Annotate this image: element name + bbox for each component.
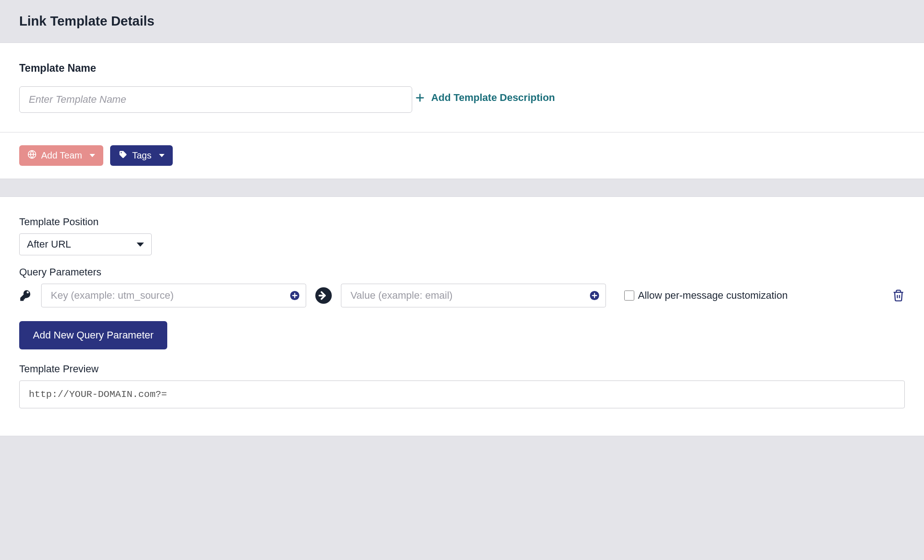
query-value-input[interactable]	[341, 284, 606, 307]
tags-button[interactable]: Tags	[110, 145, 172, 166]
plus-icon	[415, 93, 425, 103]
add-team-label: Add Team	[41, 150, 82, 161]
allow-customization-label: Allow per-message customization	[638, 290, 788, 301]
page-title: Link Template Details	[19, 14, 905, 29]
tags-label: Tags	[132, 150, 151, 161]
arrow-right-circle-icon	[315, 287, 332, 304]
template-name-section: Template Name Add Template Description	[0, 42, 924, 132]
add-new-query-parameter-button[interactable]: Add New Query Parameter	[19, 321, 167, 349]
section-divider	[0, 179, 924, 196]
add-description-label: Add Template Description	[431, 92, 555, 104]
template-name-label: Template Name	[19, 62, 905, 74]
add-query-parameter-label: Add New Query Parameter	[33, 329, 154, 341]
query-parameters-label: Query Parameters	[19, 266, 905, 278]
position-query-section: Template Position After URL Query Parame…	[0, 196, 924, 436]
globe-icon	[27, 150, 37, 161]
template-name-input[interactable]	[19, 86, 412, 113]
team-tags-section: Add Team Tags	[0, 132, 924, 179]
query-value-input-wrap	[341, 284, 606, 307]
tag-icon	[118, 150, 127, 161]
template-position-label: Template Position	[19, 216, 905, 228]
query-parameter-row: Allow per-message customization	[19, 284, 905, 307]
plus-circle-icon[interactable]	[589, 291, 600, 301]
page-header: Link Template Details	[0, 0, 924, 42]
add-team-button[interactable]: Add Team	[19, 145, 103, 166]
allow-customization-checkbox-wrap[interactable]: Allow per-message customization	[624, 290, 788, 301]
template-position-select[interactable]: After URL	[19, 233, 152, 255]
template-preview-label: Template Preview	[19, 363, 905, 375]
trash-icon[interactable]	[892, 289, 905, 302]
template-position-value: After URL	[27, 238, 71, 250]
plus-circle-icon[interactable]	[290, 291, 300, 301]
template-preview-box: http://YOUR-DOMAIN.com?=	[19, 380, 905, 408]
template-preview-value: http://YOUR-DOMAIN.com?=	[29, 389, 167, 400]
allow-customization-checkbox[interactable]	[624, 291, 634, 301]
caret-down-icon	[159, 154, 165, 157]
caret-down-icon	[90, 154, 95, 157]
add-template-description-button[interactable]: Add Template Description	[415, 92, 555, 104]
caret-down-icon	[137, 243, 144, 247]
key-icon	[19, 289, 32, 302]
query-key-input-wrap	[41, 284, 306, 307]
query-key-input[interactable]	[41, 284, 306, 307]
